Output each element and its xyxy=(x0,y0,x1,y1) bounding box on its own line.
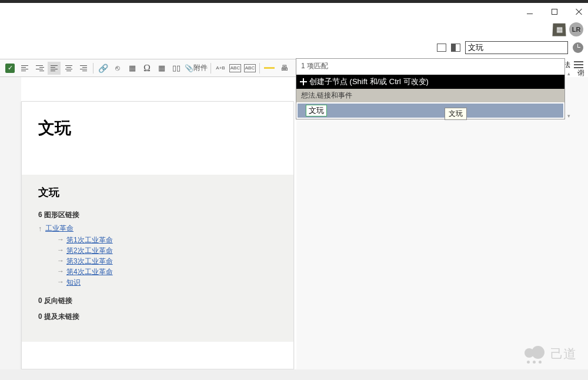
find-replace-tool[interactable]: A+B xyxy=(214,62,227,75)
right-panel xyxy=(296,77,588,380)
search-result-item[interactable]: 文玩 xyxy=(297,103,564,118)
arrow-icon: → xyxy=(57,235,64,245)
bottom-gutter xyxy=(0,369,588,380)
window-title-bar xyxy=(0,3,588,21)
grammar-tool[interactable]: ABC xyxy=(243,62,256,75)
section-title: 文玩 xyxy=(38,185,277,199)
document-panel: 文玩 文玩 6 图形区链接 ↑ 工业革命 →第1次工业革命 →第2次工业革命 →… xyxy=(21,101,294,369)
parent-link[interactable]: 工业革命 xyxy=(45,224,74,234)
arrow-icon: → xyxy=(57,246,64,256)
scroll-down-icon: ▾ xyxy=(567,113,570,119)
create-child-label: 创建子节点 (Shift 和/或 Ctrl 可改变) xyxy=(309,76,429,87)
child-link-row: →第4次工业革命 xyxy=(38,267,277,277)
spellcheck-tool[interactable]: ABC xyxy=(229,62,242,75)
checkbox-tool[interactable]: ✓ xyxy=(4,62,16,75)
align-left-tool[interactable] xyxy=(48,62,61,75)
child-link-row: →第2次工业革命 xyxy=(38,246,277,256)
attachment-tool[interactable]: 📎 附件 xyxy=(185,62,208,75)
header-row: ▦ LR xyxy=(0,21,588,38)
separator xyxy=(259,63,260,74)
menu-icon[interactable] xyxy=(574,61,583,68)
maximize-button[interactable] xyxy=(550,8,559,16)
print-tool[interactable]: 🖶 xyxy=(278,62,290,75)
tooltip: 文玩 xyxy=(445,108,467,120)
package-icon[interactable]: ▦ xyxy=(552,24,566,36)
child-link[interactable]: 第3次工业革命 xyxy=(66,256,113,266)
search-dropdown: 1 项匹配 创建子节点 (Shift 和/或 Ctrl 可改变) 想法,链接和事… xyxy=(296,58,565,119)
user-avatar[interactable]: LR xyxy=(569,22,583,36)
outdent-tool[interactable] xyxy=(18,62,31,75)
child-link[interactable]: 知识 xyxy=(66,278,81,288)
child-link[interactable]: 第2次工业革命 xyxy=(66,246,113,256)
minimize-button[interactable] xyxy=(526,8,534,16)
watermark: 己道 xyxy=(524,345,576,364)
unlinked-header: 0 提及未链接 xyxy=(38,312,277,322)
link-tool[interactable]: 🔗 xyxy=(96,62,109,75)
child-link-row: →知识 xyxy=(38,278,277,288)
child-link-row: →第1次工业革命 xyxy=(38,235,277,245)
separator xyxy=(211,63,211,74)
table-tool[interactable]: ▦ xyxy=(155,62,168,75)
create-child-option[interactable]: 创建子节点 (Shift 和/或 Ctrl 可改变) xyxy=(296,75,564,89)
parent-link-row: ↑ 工业革命 xyxy=(38,224,277,234)
child-link-row: →第3次工业革命 xyxy=(38,256,277,266)
history-icon[interactable] xyxy=(573,42,583,53)
separator xyxy=(93,63,93,74)
graph-links-header: 6 图形区链接 xyxy=(38,210,277,220)
close-button[interactable] xyxy=(575,8,583,16)
child-link[interactable]: 第4次工业革命 xyxy=(66,267,113,277)
scroll-up-icon: ▴ xyxy=(567,71,570,76)
symbol-tool[interactable]: Ω xyxy=(141,62,153,75)
left-gutter xyxy=(0,77,21,380)
plus-icon xyxy=(300,78,307,85)
view-split-icon[interactable] xyxy=(451,44,460,52)
arrow-icon: → xyxy=(57,267,64,277)
backlinks-header: 0 反向链接 xyxy=(38,296,277,306)
arrow-icon: → xyxy=(57,256,64,266)
search-bar xyxy=(0,38,588,57)
wechat-icon xyxy=(524,345,546,364)
indent-tool[interactable] xyxy=(33,62,46,75)
dropdown-scrollbar[interactable]: ▴ ▾ xyxy=(564,71,573,119)
highlight-tool[interactable] xyxy=(263,62,276,75)
anchor-tool[interactable]: ⎋ xyxy=(111,62,124,75)
editor-toolbar: ✓ 🔗 ⎋ ▦ Ω ▦ ▯▯ 📎 附件 A+B ABC ABC 🖶 xyxy=(0,59,296,77)
result-label: 文玩 xyxy=(306,105,327,116)
match-count: 1 项匹配 xyxy=(296,59,564,75)
calendar-tool[interactable]: ▦ xyxy=(126,62,139,75)
align-right-tool[interactable] xyxy=(77,62,90,75)
watermark-text: 己道 xyxy=(550,345,576,363)
arrow-icon: → xyxy=(57,278,64,288)
align-center-tool[interactable] xyxy=(62,62,75,75)
child-link[interactable]: 第1次工业革命 xyxy=(66,235,113,245)
up-arrow-icon: ↑ xyxy=(38,225,42,233)
bookmark-tool[interactable]: ▯▯ xyxy=(170,62,183,75)
page-title: 文玩 xyxy=(38,117,277,139)
view-single-icon[interactable] xyxy=(437,44,446,52)
section-header: 想法,链接和事件 xyxy=(296,89,564,102)
search-input[interactable] xyxy=(465,41,568,54)
